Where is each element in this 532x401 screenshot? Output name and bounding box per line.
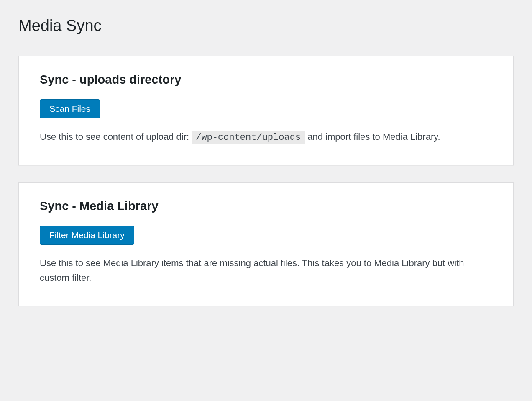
filter-media-library-button[interactable]: Filter Media Library [40, 226, 134, 245]
card-library-description: Use this to see Media Library items that… [40, 256, 492, 285]
card-library: Sync - Media Library Filter Media Librar… [18, 182, 514, 306]
card-uploads: Sync - uploads directory Scan Files Use … [18, 56, 514, 165]
upload-path-code: /wp-content/uploads [192, 131, 305, 144]
card-uploads-description: Use this to see content of upload dir: /… [40, 129, 492, 145]
desc-before-text: Use this to see content of upload dir: [40, 131, 192, 142]
scan-files-button[interactable]: Scan Files [40, 99, 100, 118]
card-library-title: Sync - Media Library [40, 199, 492, 213]
desc-after-text: and import files to Media Library. [305, 131, 440, 142]
card-uploads-title: Sync - uploads directory [40, 73, 492, 87]
page-title: Media Sync [0, 0, 532, 35]
